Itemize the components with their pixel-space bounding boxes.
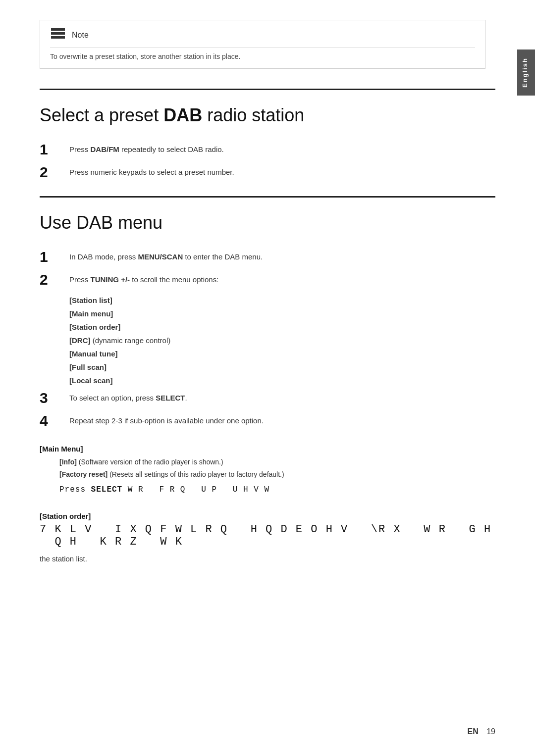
page-container: English Note To overwrite a preset stati… [0, 0, 535, 756]
step1-content: Press DAB/FM repeatedly to select DAB ra… [69, 141, 224, 155]
svg-rect-2 [51, 36, 65, 39]
dab-step3-content: To select an option, press SELECT. [69, 389, 187, 404]
section2-step3: 3 To select an option, press SELECT. [40, 389, 495, 407]
note-box: Note To overwrite a preset station, stor… [40, 20, 485, 69]
side-tab: English [517, 50, 535, 96]
main-menu-info: [Info] (Software version of the radio pl… [59, 456, 495, 468]
step2-content: Press numeric keypads to select a preset… [69, 163, 234, 178]
main-menu-monospace: Press SELECT W R F R Q U P U H V W [59, 483, 495, 497]
note-text: To overwrite a preset station, store ano… [50, 47, 475, 60]
main-menu-content: [Info] (Software version of the radio pl… [59, 456, 495, 497]
main-menu-factory-reset: [Factory reset] (Resets all settings of … [59, 468, 495, 481]
dab-step1-bold: MENU/SCAN [138, 252, 183, 261]
main-menu-subsection: [Main Menu] [Info] (Software version of … [40, 445, 495, 497]
menu-option-local-scan: [Local scan] [69, 374, 495, 387]
dab-step2-content: Press TUNING +/- to scroll the menu opti… [69, 271, 218, 286]
station-order-title: [Station order] [40, 512, 495, 520]
footer-page-number: 19 [486, 727, 495, 736]
dab-step2-number: 2 [40, 271, 69, 289]
section2-divider [40, 196, 495, 198]
section2-step1: 1 In DAB mode, press MENU/SCAN to enter … [40, 248, 495, 266]
station-order-trailing: the station list. [40, 550, 495, 565]
section1-steps: 1 Press DAB/FM repeatedly to select DAB … [40, 141, 495, 181]
note-title: Note [72, 31, 89, 40]
step1-bold: DAB/FM [91, 145, 119, 153]
station-order-subsection: [Station order] 7 K L V I X Q F W L R Q … [40, 512, 495, 565]
svg-rect-1 [51, 32, 65, 35]
footer-en-label: EN [468, 727, 479, 736]
note-header: Note [50, 28, 475, 42]
dab-step4-content: Repeat step 2-3 if sub-option is availab… [69, 412, 264, 427]
footer: EN 19 [468, 727, 495, 736]
menu-option-full-scan: [Full scan] [69, 360, 495, 374]
dab-step3-bold: SELECT [156, 394, 185, 402]
menu-option-manual-tune: [Manual tune] [69, 347, 495, 360]
dab-step4-number: 4 [40, 412, 69, 430]
step1-number: 1 [40, 141, 69, 158]
station-order-line: 7 K L V I X Q F W L R Q H Q D E O H V \R… [40, 523, 495, 548]
section2-heading: Use DAB menu [40, 212, 495, 233]
step2-number: 2 [40, 163, 69, 181]
dab-step3-number: 3 [40, 389, 69, 407]
section1-heading-normal: Select a preset [40, 105, 163, 125]
main-menu-title: [Main Menu] [40, 445, 495, 453]
menu-option-station-order: [Station order] [69, 320, 495, 334]
menu-options-list: [Station list] [Main menu] [Station orde… [69, 294, 495, 387]
dab-step1-content: In DAB mode, press MENU/SCAN to enter th… [69, 248, 263, 263]
note-icon [50, 27, 66, 41]
section1-divider [40, 89, 495, 90]
section2-steps: 1 In DAB mode, press MENU/SCAN to enter … [40, 248, 495, 430]
menu-option-station-list: [Station list] [69, 294, 495, 307]
section1-step2: 2 Press numeric keypads to select a pres… [40, 163, 495, 181]
section1-heading: Select a preset DAB radio station [40, 105, 495, 126]
section2-heading-text: Use DAB menu [40, 212, 162, 233]
section2-step4: 4 Repeat step 2-3 if sub-option is avail… [40, 412, 495, 430]
menu-option-main-menu: [Main menu] [69, 307, 495, 320]
svg-rect-0 [51, 28, 65, 31]
section1-heading-end: radio station [202, 105, 304, 125]
menu-option-drc: [DRC] (dynamic range control) [69, 334, 495, 347]
dab-step2-bold: TUNING +/- [91, 275, 130, 284]
side-tab-label: English [521, 57, 529, 88]
section2-step2: 2 Press TUNING +/- to scroll the menu op… [40, 271, 495, 289]
dab-step1-number: 1 [40, 248, 69, 266]
section1-step1: 1 Press DAB/FM repeatedly to select DAB … [40, 141, 495, 158]
section1-heading-bold: DAB [163, 105, 202, 125]
